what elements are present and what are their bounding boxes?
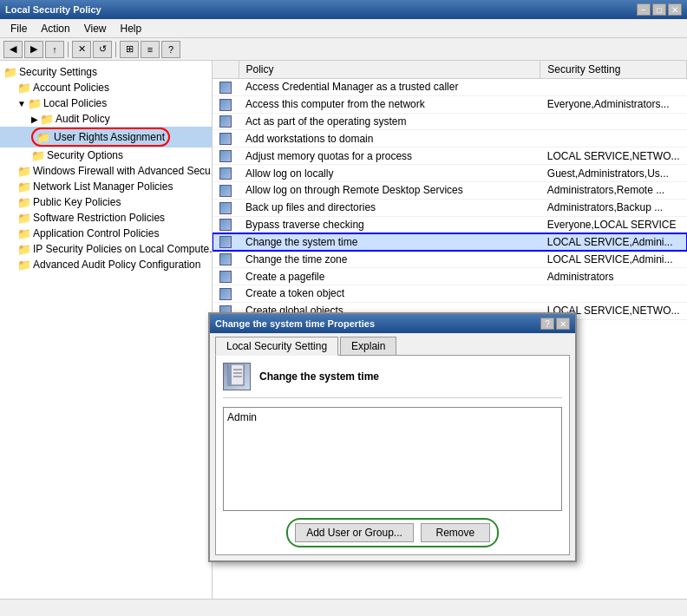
listbox-item-admin: Admin [227,411,558,423]
tab-local-security-setting[interactable]: Local Security Setting [215,337,338,356]
dialog-content: Change the system time Admin Add User or… [215,355,570,555]
dialog-policy-title: Change the system time [259,370,379,383]
dialog-listbox[interactable]: Admin [223,407,562,511]
dialog-tabs: Local Security Setting Explain [210,333,575,355]
remove-button[interactable]: Remove [421,523,490,542]
dialog-overlay: Change the system time Properties ? ✕ Lo… [0,0,687,616]
green-highlight: Add User or Group... Remove [286,518,499,547]
dialog-header: Change the system time [223,363,562,398]
svg-rect-1 [228,364,232,385]
dialog-change-system-time: Change the system time Properties ? ✕ Lo… [208,312,577,562]
tab-explain[interactable]: Explain [340,337,396,355]
dialog-controls: ? ✕ [540,318,570,330]
button-group: Add User or Group... Remove [223,518,562,547]
dialog-title-bar: Change the system time Properties ? ✕ [210,314,575,333]
dialog-policy-icon [223,363,251,390]
dialog-title: Change the system time Properties [215,318,375,329]
add-user-group-button[interactable]: Add User or Group... [295,523,414,542]
dialog-help-button[interactable]: ? [540,318,554,330]
dialog-close-button[interactable]: ✕ [556,318,570,330]
policy-icon-svg [226,364,247,389]
